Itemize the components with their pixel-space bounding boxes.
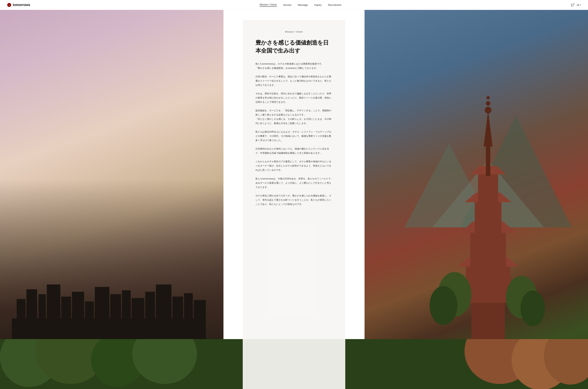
svg-rect-27 — [475, 202, 501, 235]
hero-section: Mission / Vision 豊かさを感じる価値創造を日本全国で生み出す 私… — [0, 0, 588, 389]
svg-rect-22 — [471, 300, 505, 339]
paragraph-5: 私たちは過去20年以上にもおよび、ホテル・レストラン・ウエディングなどの事業で、… — [255, 130, 333, 142]
twitter-icon[interactable] — [571, 3, 574, 7]
main-heading: 豊かさを感じる価値創造を日本全国で生み出す — [255, 39, 333, 55]
svg-rect-23 — [466, 266, 510, 303]
logo-text: tomorrows — [13, 3, 30, 7]
header-right: JA ▾ — [571, 3, 581, 7]
section-label: Mission / Vision — [255, 31, 333, 33]
chevron-down-icon: ▾ — [580, 4, 581, 6]
header: t tomorrows Mission / Vision Service Mes… — [0, 0, 588, 10]
nav-recruitment[interactable]: Recruitment — [328, 3, 341, 6]
paragraph-7: これからもホテル再生のプロ集団として、ホテル事業や地域の中心にいるべきオーナー様… — [255, 160, 333, 172]
lang-selector[interactable]: JA ▾ — [577, 3, 581, 6]
svg-point-35 — [486, 96, 490, 99]
paragraph-9: ホテル再生に関わる全ての方々が、豊かさを感じられる価値を創造し、そして、世代を超… — [255, 194, 333, 206]
nav-message[interactable]: Message — [298, 3, 308, 6]
svg-rect-25 — [470, 233, 506, 269]
paragraph-4: 提供価値を、サービスを、「再定義し、デザインする」ことで、再開発や新しく建て替え… — [255, 108, 333, 126]
main-nav: Mission / Vision Service Message Inquiry… — [260, 3, 341, 7]
nav-mission-vision[interactable]: Mission / Vision — [260, 3, 277, 7]
svg-point-34 — [486, 101, 490, 106]
logo-icon: t — [7, 3, 11, 7]
paragraph-8: 私たちtomorrowsは、今後の日本社会を、世界を、私たちのフィールドであるサ… — [255, 177, 333, 189]
lang-label: JA — [577, 3, 579, 6]
nav-inquiry[interactable]: Inquiry — [314, 3, 322, 6]
paragraph-2: 日本の観光・サービス事業は、競合に比べて優位性や差別化をもたらす要素をストーリー… — [255, 74, 333, 87]
svg-rect-29 — [478, 174, 498, 204]
pagoda-svg — [400, 60, 576, 339]
svg-marker-32 — [483, 110, 492, 146]
paragraph-3: それは、歴史や伝統を、現代に合わせて編集しなおすことだったり、世界の基準を学び掛… — [255, 92, 333, 104]
svg-point-33 — [485, 107, 491, 113]
svg-text:t: t — [9, 4, 10, 6]
logo[interactable]: t tomorrows — [7, 3, 30, 7]
paragraph-1: 私たちtomorrowsは、ホテルや飲食業における事業再生集団です。『豊かさを感… — [255, 62, 333, 70]
paragraph-6: 日本国内のみならず海外においても、地域の優れたコンテンツに光を当て、中長期的な目… — [255, 147, 333, 155]
content-card: Mission / Vision 豊かさを感じる価値創造を日本全国で生み出す 私… — [243, 20, 345, 389]
svg-point-39 — [520, 291, 545, 326]
nav-service[interactable]: Service — [283, 3, 292, 6]
svg-point-38 — [429, 286, 457, 325]
